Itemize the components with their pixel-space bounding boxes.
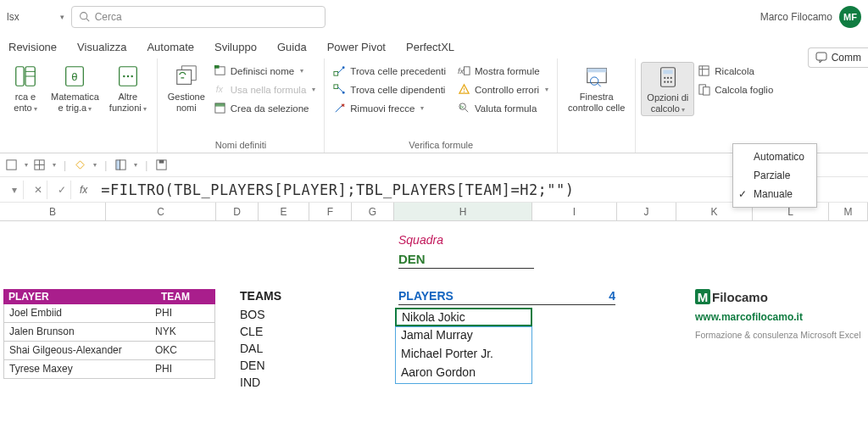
namebox-dropdown[interactable]: ▾: [5, 181, 24, 199]
svg-rect-18: [215, 103, 225, 107]
team-col-header[interactable]: TEAM: [156, 289, 215, 304]
trace-precedents-button[interactable]: Trova celle precedenti: [330, 62, 449, 80]
svg-point-37: [667, 77, 669, 79]
active-cell[interactable]: Nikola Jokic: [395, 308, 532, 326]
show-formulas-button[interactable]: fxMostra formule: [454, 62, 552, 80]
table-row[interactable]: Tyrese MaxeyPHI: [3, 360, 215, 379]
error-checking-button[interactable]: Controllo errori▾: [454, 81, 552, 98]
svg-rect-19: [334, 71, 338, 75]
list-item[interactable]: CLE: [240, 325, 308, 338]
brand-block: MFilocamo www.marcofilocamo.it Formazion…: [695, 289, 861, 340]
col-j[interactable]: J: [617, 203, 676, 220]
selected-team[interactable]: DEN: [398, 252, 534, 269]
filtered-player: Nikola Jokic: [397, 309, 531, 325]
svg-rect-3: [16, 67, 24, 86]
players-header[interactable]: PLAYERS: [398, 289, 534, 305]
col-d[interactable]: D: [216, 203, 259, 220]
name-manager-button[interactable]: Gestionenomi: [163, 62, 210, 114]
filtered-player: Jamal Murray: [396, 327, 531, 346]
enter-formula-button[interactable]: ✓: [53, 181, 71, 199]
calc-auto-item[interactable]: Automatico: [733, 147, 816, 166]
remove-arrows-button[interactable]: Rimuovi frecce▾: [330, 99, 449, 117]
avatar: MF: [839, 6, 861, 28]
teams-header[interactable]: TEAMS: [240, 289, 308, 303]
calc-manual-item[interactable]: ✓Manuale: [733, 185, 816, 203]
save-icon[interactable]: [155, 159, 168, 171]
calculate-sheet-button[interactable]: Calcola foglio: [694, 81, 776, 98]
svg-line-33: [598, 83, 601, 86]
math-trig-button[interactable]: θMatematicae trig.a▾: [46, 62, 104, 114]
table-row[interactable]: Joel EmbiidPHI: [3, 304, 215, 323]
evaluate-formula-button[interactable]: fxValuta formula: [454, 99, 552, 117]
svg-point-26: [464, 92, 465, 93]
chevron-down-icon[interactable]: ▾: [53, 13, 71, 21]
search-icon: [79, 11, 90, 22]
more-functions-button[interactable]: Altrefunzioni▾: [104, 62, 152, 114]
col-m[interactable]: M: [829, 203, 868, 220]
svg-rect-13: [177, 70, 192, 85]
pivot-icon[interactable]: [114, 159, 127, 171]
spill-range[interactable]: Jamal Murray Michael Porter Jr. Aaron Go…: [395, 326, 532, 384]
recalculate-button[interactable]: Ricalcola: [694, 62, 776, 80]
list-item[interactable]: DEN: [240, 359, 308, 372]
tab-visualizza[interactable]: Visualizza: [75, 41, 128, 58]
table-row[interactable]: Shai Gilgeous-AlexanderOKC: [3, 342, 215, 360]
list-item[interactable]: BOS: [240, 308, 308, 321]
svg-text:fx: fx: [458, 67, 465, 75]
search-box[interactable]: Cerca: [71, 6, 326, 28]
comments-button[interactable]: Comm: [808, 47, 868, 68]
calc-partial-item[interactable]: Parziale: [733, 166, 816, 185]
col-c[interactable]: C: [106, 203, 216, 220]
col-b[interactable]: B: [0, 203, 106, 220]
trace-dependents-button[interactable]: Trova celle dipendenti: [330, 81, 449, 98]
col-g[interactable]: G: [352, 203, 394, 220]
svg-text:θ: θ: [72, 70, 78, 83]
ribbon: rca eento▾ θMatematicae trig.a▾ Altrefun…: [0, 58, 868, 153]
svg-point-40: [667, 81, 669, 83]
svg-point-36: [664, 77, 665, 79]
col-e[interactable]: E: [259, 203, 309, 220]
formula-text[interactable]: =FILTRO(TBL_PLAYERS[PLAYER];TBL_PLAYERS[…: [96, 181, 574, 198]
check-icon: ✓: [738, 188, 747, 200]
svg-rect-52: [120, 160, 126, 170]
calculation-options-button[interactable]: Opzioni dicalcolo▾: [641, 62, 694, 116]
use-in-formula-button: fxUsa nella formula▾: [210, 81, 319, 98]
tab-sviluppo[interactable]: Sviluppo: [213, 41, 259, 58]
group-label-audit: Verifica formule: [330, 138, 552, 151]
title-bar: lsx ▾ Cerca Marco Filocamo MF: [0, 0, 868, 33]
player-col-header[interactable]: PLAYER: [3, 289, 156, 304]
tab-perfectxl[interactable]: PerfectXL: [404, 41, 456, 58]
fx-icon[interactable]: fx: [76, 184, 91, 196]
filtered-player: Aaron Gordon: [396, 364, 531, 383]
define-name-button[interactable]: Definisci nome▾: [210, 62, 319, 80]
watch-window-button[interactable]: Finestracontrollo celle: [563, 62, 630, 114]
list-item[interactable]: IND: [240, 376, 308, 389]
tab-automate[interactable]: Automate: [145, 41, 196, 58]
col-h[interactable]: H: [394, 203, 532, 220]
table-icon[interactable]: [33, 159, 46, 171]
squadra-label[interactable]: Squadra: [398, 233, 443, 247]
border-icon[interactable]: [5, 159, 18, 171]
fill-icon[interactable]: [74, 159, 86, 171]
cancel-formula-button[interactable]: ✕: [29, 181, 47, 199]
tab-revisione[interactable]: Revisione: [7, 41, 58, 58]
svg-text:fx: fx: [460, 104, 465, 109]
svg-rect-42: [699, 66, 709, 75]
players-count[interactable]: 4: [534, 289, 615, 305]
table-row[interactable]: Jalen BrunsonNYK: [3, 323, 215, 342]
create-from-selection-button[interactable]: Crea da selezione: [210, 99, 319, 117]
list-item[interactable]: DAL: [240, 342, 308, 355]
svg-line-28: [465, 108, 468, 112]
brand-url[interactable]: www.marcofilocamo.it: [695, 311, 861, 323]
col-i[interactable]: I: [532, 203, 617, 220]
account[interactable]: Marco Filocamo MF: [760, 6, 861, 28]
tab-powerpivot[interactable]: Power Pivot: [326, 41, 387, 58]
tab-guida[interactable]: Guida: [275, 41, 309, 58]
svg-point-12: [131, 75, 132, 77]
svg-rect-51: [116, 160, 120, 170]
group-label-names: Nomi definiti: [163, 138, 320, 151]
col-f[interactable]: F: [309, 203, 352, 220]
search-placeholder: Cerca: [95, 11, 122, 23]
lookup-ref-button[interactable]: rca eento▾: [5, 62, 46, 114]
worksheet[interactable]: Squadra DEN PLAYER TEAM Joel EmbiidPHI J…: [0, 221, 868, 434]
